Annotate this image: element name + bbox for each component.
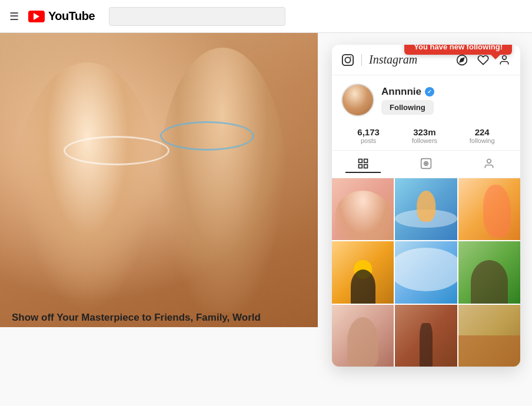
ig-followers-count: 323m (413, 127, 435, 137)
ig-verified-badge: ✓ (425, 87, 434, 96)
svg-rect-9 (364, 165, 368, 168)
photo-8-content (395, 305, 457, 367)
compass-icon[interactable] (455, 54, 468, 66)
youtube-logo-icon (28, 11, 45, 22)
menu-icon[interactable]: ☰ (9, 10, 19, 23)
youtube-logo-text: YouTube (48, 9, 95, 23)
ig-posts-label: posts (361, 137, 376, 144)
figure-left (16, 62, 159, 312)
background-photo (0, 33, 318, 327)
photo-1-content (332, 178, 394, 240)
ig-username-row: Annnnie ✓ (381, 86, 434, 98)
photo-9-content (458, 305, 520, 367)
svg-rect-6 (359, 159, 363, 163)
grid-photo-3[interactable] (458, 178, 520, 240)
ig-username: Annnnie (381, 86, 421, 98)
photo-6-figures (471, 260, 508, 304)
svg-rect-7 (364, 159, 368, 163)
photo-6-content (458, 241, 520, 303)
svg-point-2 (350, 56, 351, 58)
heart-icon[interactable] (477, 54, 490, 66)
photo-4-content (332, 241, 394, 303)
grid-photo-5[interactable] (395, 241, 457, 303)
svg-marker-4 (460, 58, 464, 62)
ig-tab-grid[interactable] (345, 155, 381, 173)
ig-profile: Annnnie ✓ Following (332, 75, 520, 121)
photo-3-content (458, 178, 520, 240)
photo-2-surfer (417, 191, 435, 222)
ig-header-divider (361, 54, 362, 66)
svg-rect-0 (343, 54, 353, 65)
ig-stat-followers: 323m followers (412, 127, 437, 144)
grid-photo-9[interactable] (458, 305, 520, 367)
caption-text: Show off Your Masterpiece to Friends, Fa… (12, 312, 261, 324)
ig-posts-count: 6,173 (357, 127, 380, 137)
ig-stat-following: 224 following (470, 127, 495, 144)
ig-following-label: following (470, 137, 495, 144)
photo-5-content (395, 241, 457, 303)
grid-photo-1[interactable] (332, 178, 394, 240)
svg-point-1 (345, 57, 350, 62)
ig-avatar-inner (343, 85, 373, 115)
ig-following-button[interactable]: Following (381, 100, 434, 115)
glasses-right (160, 121, 254, 151)
ig-tabs (332, 150, 520, 178)
photo-3-figure (483, 185, 511, 238)
main-content: Show off Your Masterpiece to Friends, Fa… (0, 33, 532, 406)
grid-photo-2[interactable] (395, 178, 457, 240)
ig-logo-area: Instagram (341, 53, 417, 66)
grid-photo-8[interactable] (395, 305, 457, 367)
figure-right (159, 48, 286, 312)
ig-stat-posts: 6,173 posts (357, 127, 380, 144)
ig-logo-icon (341, 54, 354, 66)
instagram-panel: You have new following! Instagram (332, 45, 520, 367)
youtube-logo: YouTube (28, 9, 95, 23)
ig-following-count: 224 (475, 127, 490, 137)
ig-header-icons (455, 54, 511, 66)
ig-stats: 6,173 posts 323m followers 224 following (332, 121, 520, 150)
svg-point-13 (487, 159, 491, 164)
ig-tab-reels[interactable] (408, 155, 444, 173)
search-bar[interactable] (109, 7, 285, 26)
ig-followers-label: followers (412, 137, 437, 144)
photo-5-wave (395, 248, 457, 291)
grid-photo-6[interactable] (458, 241, 520, 303)
ig-username-area: Annnnie ✓ Following (381, 86, 434, 115)
photo-2-content (395, 178, 457, 240)
photo-7-content (332, 305, 394, 367)
youtube-header: ☰ YouTube (0, 0, 532, 33)
ig-logo-text: Instagram (369, 53, 417, 66)
ig-photo-grid (332, 178, 520, 367)
photo-8-person (420, 323, 432, 367)
notification-badge: You have new following! (404, 45, 512, 55)
grid-photo-4[interactable] (332, 241, 394, 303)
photo-7-couple (347, 317, 378, 367)
svg-point-5 (503, 55, 507, 59)
ig-tab-tagged[interactable] (471, 155, 507, 173)
photo-inner (0, 33, 318, 327)
svg-point-12 (425, 163, 427, 165)
glasses-left (64, 136, 169, 165)
grid-photo-7[interactable] (332, 305, 394, 367)
photo-1-figure (335, 191, 391, 240)
ig-avatar (341, 84, 374, 117)
svg-rect-8 (359, 165, 363, 168)
photo-4-silhouette (351, 269, 375, 304)
photo-9-canyon (458, 335, 520, 367)
